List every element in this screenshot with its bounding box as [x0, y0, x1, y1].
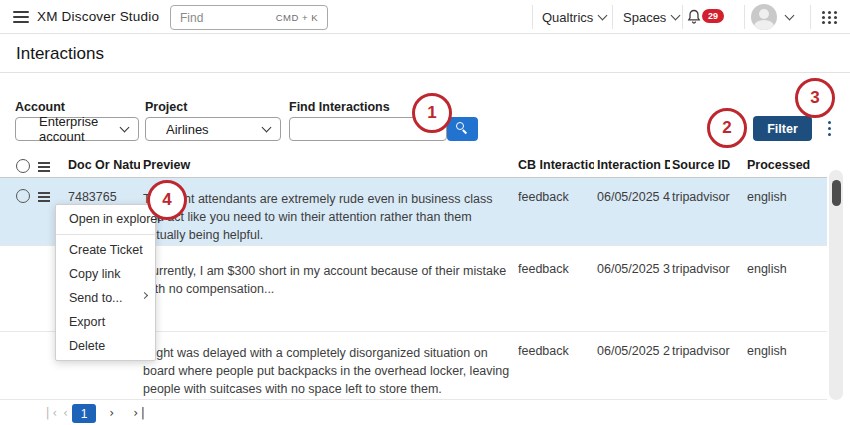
- chevron-down-icon: [785, 10, 795, 20]
- cell-preview: Currently, I am $300 short in my account…: [143, 262, 511, 298]
- account-menu-chevron[interactable]: [786, 0, 793, 34]
- global-find-input[interactable]: Find CMD + K: [170, 5, 328, 30]
- header-doc-id[interactable]: Doc Or Natur...: [68, 158, 140, 172]
- account-select-value: Enterprise account: [39, 114, 128, 144]
- pagination: |‹ ‹ ‹ 1 › ›|: [0, 404, 850, 425]
- select-all-radio[interactable]: [16, 159, 30, 173]
- account-label: Account: [15, 100, 65, 114]
- row-select-radio[interactable]: [16, 189, 30, 203]
- cell-interaction-date: 06/05/2025 3:...: [597, 262, 670, 276]
- pagination-first-button[interactable]: |‹: [44, 406, 58, 420]
- hamburger-menu-icon[interactable]: [13, 11, 29, 23]
- cell-processed-lang: english: [747, 262, 813, 276]
- annotation-circle-3: 3: [795, 78, 835, 118]
- chevron-down-icon: [262, 122, 272, 132]
- find-shortcut-hint: CMD + K: [276, 12, 318, 23]
- pagination-current-page[interactable]: 1: [72, 404, 96, 423]
- account-select[interactable]: Enterprise account: [15, 117, 139, 141]
- menu-item-delete[interactable]: Delete: [56, 334, 155, 358]
- header-preview[interactable]: Preview: [143, 158, 511, 172]
- row-menu-icon[interactable]: [38, 192, 50, 204]
- spaces-menu-label: Spaces: [623, 10, 666, 25]
- pagination-next-button[interactable]: ›: [108, 406, 115, 420]
- avatar[interactable]: [751, 4, 777, 30]
- chevron-down-icon: [598, 10, 608, 20]
- header-cb-interaction[interactable]: CB Interactio...: [518, 158, 594, 172]
- cell-source-id: tripadvisor: [672, 262, 744, 276]
- find-interactions-label: Find Interactions: [289, 100, 390, 114]
- menu-item-open-in-explorer[interactable]: Open in explorer: [56, 207, 155, 231]
- page-title-bar: Interactions: [0, 35, 850, 73]
- cell-preview: Flight was delayed with a completely dis…: [143, 344, 511, 398]
- app-window: XM Discover Studio Find CMD + K Qualtric…: [0, 0, 850, 425]
- search-icon: [456, 122, 464, 130]
- menu-divider: [56, 234, 155, 235]
- header-source-id[interactable]: Source ID: [672, 158, 744, 172]
- pagination-prev-icon[interactable]: ‹: [62, 406, 69, 420]
- project-label: Project: [145, 100, 187, 114]
- qualtrics-menu-label: Qualtrics: [542, 10, 593, 25]
- spaces-menu[interactable]: Spaces: [623, 0, 679, 34]
- notification-count-badge: 29: [702, 9, 724, 23]
- menu-item-send-to[interactable]: Send to...: [56, 286, 155, 310]
- table-scrollbar-thumb[interactable]: [832, 180, 841, 206]
- notifications-button[interactable]: [686, 0, 702, 34]
- header-interaction-date[interactable]: Interaction D...: [597, 158, 670, 172]
- menu-item-export[interactable]: Export: [56, 310, 155, 334]
- menu-item-copy-link[interactable]: Copy link: [56, 262, 155, 286]
- qualtrics-menu[interactable]: Qualtrics: [542, 0, 606, 34]
- divider: [744, 5, 745, 29]
- row-menu-icon[interactable]: [38, 162, 50, 174]
- cell-source-id: tripadvisor: [672, 190, 744, 204]
- menu-item-send-to-label: Send to...: [69, 291, 123, 305]
- filter-button[interactable]: Filter: [753, 116, 812, 141]
- table-scrollbar-track[interactable]: [829, 170, 843, 400]
- find-placeholder: Find: [180, 11, 203, 25]
- row-context-menu: Open in explorer Create Ticket Copy link…: [55, 204, 156, 361]
- page-title: Interactions: [16, 44, 104, 64]
- annotation-circle-1: 1: [412, 93, 452, 133]
- cell-cb-interaction: feedback: [518, 344, 594, 358]
- project-select-value: Airlines: [166, 122, 209, 137]
- divider: [612, 5, 613, 29]
- app-title: XM Discover Studio: [37, 9, 159, 24]
- project-select[interactable]: Airlines: [145, 117, 281, 141]
- divider: [810, 5, 811, 29]
- cell-interaction-date: 06/05/2025 4:...: [597, 190, 670, 204]
- cell-preview: The flight attendants are extremely rude…: [143, 190, 511, 244]
- chevron-down-icon: [671, 10, 681, 20]
- cell-processed-lang: english: [747, 190, 813, 204]
- cell-interaction-date: 06/05/2025 2:...: [597, 344, 670, 358]
- divider: [682, 5, 683, 29]
- more-options-kebab-icon[interactable]: [820, 120, 838, 138]
- bell-icon: [686, 9, 702, 25]
- search-button[interactable]: [447, 117, 478, 141]
- annotation-circle-2: 2: [707, 108, 747, 148]
- cell-processed-lang: english: [747, 344, 813, 358]
- cell-cb-interaction: feedback: [518, 190, 594, 204]
- cell-source-id: tripadvisor: [672, 344, 744, 358]
- table-header-row: Doc Or Natur... Preview CB Interactio...…: [0, 155, 827, 178]
- cell-doc-id: 7483765: [68, 190, 140, 204]
- divider: [532, 5, 533, 29]
- pagination-last-button[interactable]: ›|: [132, 406, 146, 420]
- cell-cb-interaction: feedback: [518, 262, 594, 276]
- menu-item-create-ticket[interactable]: Create Ticket: [56, 238, 155, 262]
- app-switcher-grid-icon[interactable]: [822, 11, 825, 14]
- header-processed-lang[interactable]: Processed La...: [747, 158, 813, 172]
- top-bar: XM Discover Studio Find CMD + K Qualtric…: [0, 0, 850, 34]
- annotation-circle-4: 4: [147, 180, 187, 220]
- submenu-chevron-icon: [141, 292, 148, 299]
